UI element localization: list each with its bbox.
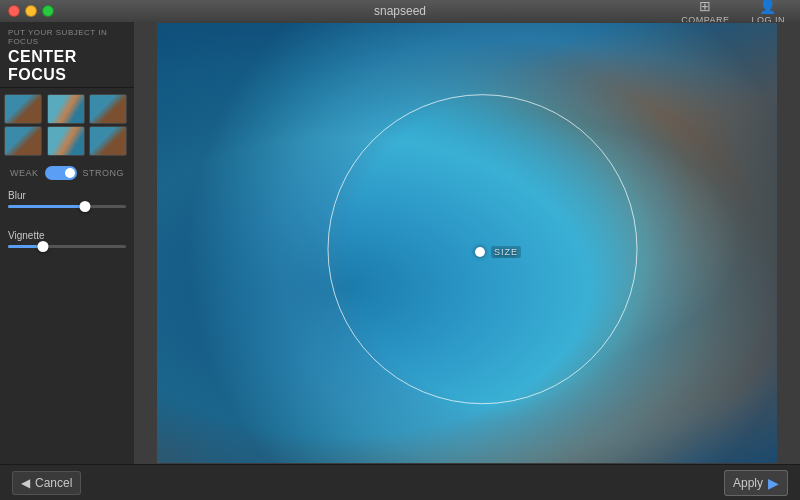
vignette-track[interactable] [8, 245, 126, 248]
thumbnail-3[interactable] [89, 94, 127, 124]
thumbnail-4[interactable] [4, 126, 42, 156]
blur-fill [8, 205, 85, 208]
thumb-preview-2 [48, 95, 84, 123]
thumb-preview-6 [90, 127, 126, 155]
sidebar-hint: PUT YOUR SUBJECT IN FOCUS [8, 28, 126, 46]
toggle-strong-label: STRONG [83, 168, 125, 178]
center-dot[interactable] [475, 247, 485, 257]
apply-label: Apply [733, 476, 763, 490]
compare-icon: ⊞ [699, 0, 712, 14]
blur-thumb[interactable] [79, 201, 90, 212]
sidebar-title: CENTER FOCUS [8, 48, 126, 83]
focus-center-handle[interactable]: SIZE [475, 246, 521, 258]
canvas-area: SIZE [134, 22, 800, 464]
vignette-label: Vignette [8, 230, 126, 241]
cancel-button[interactable]: ◀ Cancel [12, 471, 81, 495]
thumbnail-grid [0, 88, 134, 162]
sidebar-header: PUT YOUR SUBJECT IN FOCUS CENTER FOCUS [0, 22, 134, 88]
thumb-preview-4 [5, 127, 41, 155]
thumbnail-6[interactable] [89, 126, 127, 156]
app-title: snapseed [374, 4, 426, 18]
close-button[interactable] [8, 5, 20, 17]
strength-toggle[interactable] [45, 166, 77, 180]
toggle-section: WEAK STRONG [0, 162, 134, 184]
cancel-icon: ◀ [21, 476, 30, 490]
size-label: SIZE [491, 246, 521, 258]
apply-icon: ▶ [768, 475, 779, 491]
sidebar: PUT YOUR SUBJECT IN FOCUS CENTER FOCUS [0, 22, 134, 464]
main-content: PUT YOUR SUBJECT IN FOCUS CENTER FOCUS [0, 22, 800, 464]
window-controls[interactable] [8, 5, 54, 17]
cancel-label: Cancel [35, 476, 72, 490]
thumb-preview-3 [90, 95, 126, 123]
bottom-bar: ◀ Cancel Apply ▶ [0, 464, 800, 500]
photo-canvas[interactable]: SIZE [157, 23, 777, 463]
vignette-slider-section: Vignette [0, 224, 134, 264]
photo-background [157, 23, 777, 463]
maximize-button[interactable] [42, 5, 54, 17]
blur-track[interactable] [8, 205, 126, 208]
thumbnail-5[interactable] [47, 126, 85, 156]
title-bar: snapseed ⊞ COMPARE 👤 LOG IN [0, 0, 800, 22]
thumbnail-2[interactable] [47, 94, 85, 124]
toggle-weak-label: WEAK [10, 168, 39, 178]
minimize-button[interactable] [25, 5, 37, 17]
thumbnail-1[interactable] [4, 94, 42, 124]
vignette-thumb[interactable] [38, 241, 49, 252]
thumb-preview-1 [5, 95, 41, 123]
thumb-preview-5 [48, 127, 84, 155]
blur-label: Blur [8, 190, 126, 201]
user-icon: 👤 [759, 0, 777, 14]
apply-button[interactable]: Apply ▶ [724, 470, 788, 496]
blur-slider-section: Blur [0, 184, 134, 224]
toggle-knob [65, 168, 75, 178]
